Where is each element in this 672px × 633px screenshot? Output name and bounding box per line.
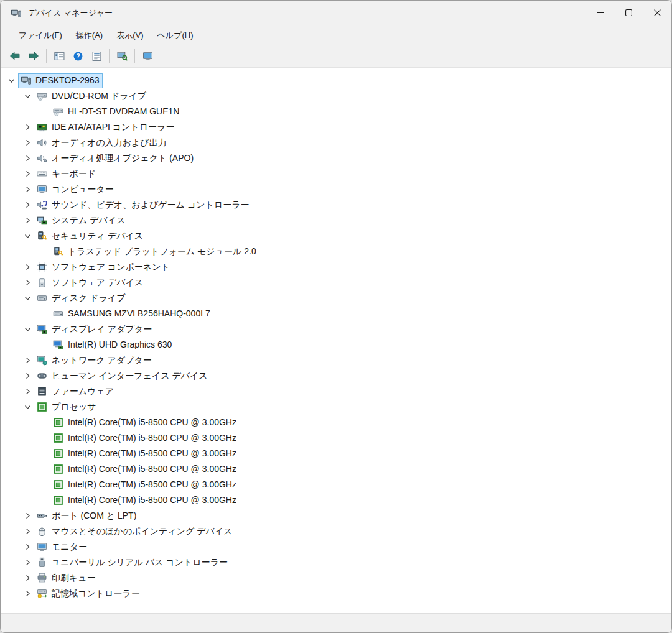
chevron-right-icon[interactable] xyxy=(21,135,34,150)
tree-node-row[interactable]: オーディオの入力および出力 xyxy=(1,135,671,150)
tree-node-content[interactable]: 記憶域コントローラー xyxy=(34,586,144,601)
tree-node-content[interactable]: Intel(R) Core(TM) i5-8500 CPU @ 3.00GHz xyxy=(50,415,240,430)
tree-node-row[interactable]: SAMSUNG MZVLB256HAHQ-000L7 xyxy=(1,306,671,321)
tree-node-content[interactable]: DVD/CD-ROM ドライブ xyxy=(34,89,150,104)
scan-hardware-button[interactable] xyxy=(113,47,131,65)
tree-node-row[interactable]: Intel(R) Core(TM) i5-8500 CPU @ 3.00GHz xyxy=(1,446,671,461)
tree-node-row[interactable]: コンピューター xyxy=(1,182,671,197)
tree-node-row[interactable]: Intel(R) Core(TM) i5-8500 CPU @ 3.00GHz xyxy=(1,415,671,430)
tree-node-row[interactable]: サウンド、ビデオ、およびゲーム コントローラー xyxy=(1,197,671,213)
chevron-right-icon[interactable] xyxy=(21,182,34,197)
help-button[interactable]: ? xyxy=(68,47,87,65)
tree-node-content[interactable]: Intel(R) Core(TM) i5-8500 CPU @ 3.00GHz xyxy=(50,446,240,461)
tree-node-row[interactable]: ネットワーク アダプター xyxy=(1,353,671,368)
tree-node-row[interactable]: キーボード xyxy=(1,166,671,182)
chevron-right-icon[interactable] xyxy=(21,586,34,601)
tree-node-content[interactable]: SAMSUNG MZVLB256HAHQ-000L7 xyxy=(50,307,214,321)
tree-node-row[interactable]: マウスとそのほかのポインティング デバイス xyxy=(1,524,671,539)
tree-node-row[interactable]: ディスプレイ アダプター xyxy=(1,321,671,337)
forward-arrow-button[interactable] xyxy=(24,47,43,65)
chevron-right-icon[interactable] xyxy=(21,524,34,539)
chevron-right-icon[interactable] xyxy=(21,119,34,135)
tree-node-content[interactable]: Intel(R) Core(TM) i5-8500 CPU @ 3.00GHz xyxy=(50,431,240,446)
chevron-down-icon[interactable] xyxy=(21,228,34,244)
tree-node-row[interactable]: モニター xyxy=(1,539,671,555)
tree-node-row[interactable]: プロセッサ xyxy=(1,399,671,415)
tree-node-content[interactable]: ネットワーク アダプター xyxy=(34,353,156,368)
menu-action[interactable]: 操作(A) xyxy=(69,27,110,44)
chevron-right-icon[interactable] xyxy=(21,570,34,586)
tree-node-content[interactable]: 印刷キュー xyxy=(34,571,100,586)
tree-node-content[interactable]: プロセッサ xyxy=(34,400,100,415)
computer-monitor-button[interactable] xyxy=(138,47,157,65)
chevron-right-icon[interactable] xyxy=(21,275,34,290)
tree-node-row[interactable]: Intel(R) Core(TM) i5-8500 CPU @ 3.00GHz xyxy=(1,461,671,477)
tree-node-row[interactable]: セキュリティ デバイス xyxy=(1,228,671,244)
chevron-right-icon[interactable] xyxy=(21,508,34,524)
tree-node-row[interactable]: Intel(R) Core(TM) i5-8500 CPU @ 3.00GHz xyxy=(1,430,671,446)
tree-node-content[interactable]: IDE ATA/ATAPI コントローラー xyxy=(34,120,178,135)
tree-node-row[interactable]: ポート (COM と LPT) xyxy=(1,508,671,524)
chevron-down-icon[interactable] xyxy=(4,73,18,88)
maximize-button[interactable] xyxy=(614,1,643,25)
console-tree-button[interactable] xyxy=(50,47,68,65)
tree-node-row[interactable]: トラステッド プラットフォーム モジュール 2.0 xyxy=(1,244,671,259)
tree-node-content[interactable]: ファームウェア xyxy=(34,384,118,399)
tree-node-content[interactable]: ユニバーサル シリアル バス コントローラー xyxy=(34,555,231,570)
tree-node-row[interactable]: ディスク ドライブ xyxy=(1,290,671,306)
tree-node-content[interactable]: ソフトウェア デバイス xyxy=(34,275,147,290)
tree-node-content[interactable]: ディスプレイ アダプター xyxy=(34,322,156,337)
chevron-right-icon[interactable] xyxy=(21,197,34,213)
tree-node-row[interactable]: IDE ATA/ATAPI コントローラー xyxy=(1,119,671,135)
tree-node-row[interactable]: Intel(R) UHD Graphics 630 xyxy=(1,337,671,353)
tree-node-row[interactable]: DESKTOP-2963 xyxy=(1,73,671,88)
tree-node-row[interactable]: ファームウェア xyxy=(1,384,671,399)
tree-node-content[interactable]: オーディオの入力および出力 xyxy=(34,136,170,150)
tree-node-content[interactable]: トラステッド プラットフォーム モジュール 2.0 xyxy=(50,244,260,259)
menu-help[interactable]: ヘルプ(H) xyxy=(151,27,200,44)
tree-node-content[interactable]: システム デバイス xyxy=(34,213,129,228)
tree-node-content[interactable]: マウスとそのほかのポインティング デバイス xyxy=(34,524,236,539)
tree-node-content[interactable]: Intel(R) UHD Graphics 630 xyxy=(50,338,175,353)
tree-node-content[interactable]: ポート (COM と LPT) xyxy=(34,509,140,524)
minimize-button[interactable] xyxy=(586,1,614,25)
tree-node-row[interactable]: オーディオ処理オブジェクト (APO) xyxy=(1,150,671,166)
chevron-right-icon[interactable] xyxy=(21,384,34,399)
tree-node-content[interactable]: モニター xyxy=(34,540,91,555)
chevron-right-icon[interactable] xyxy=(21,368,34,384)
chevron-right-icon[interactable] xyxy=(21,353,34,368)
tree-node-row[interactable]: Intel(R) Core(TM) i5-8500 CPU @ 3.00GHz xyxy=(1,492,671,508)
chevron-right-icon[interactable] xyxy=(21,213,34,228)
tree-node-row[interactable]: HL-DT-ST DVDRAM GUE1N xyxy=(1,104,671,119)
tree-node-content[interactable]: HL-DT-ST DVDRAM GUE1N xyxy=(50,104,183,119)
tree-node-row[interactable]: Intel(R) Core(TM) i5-8500 CPU @ 3.00GHz xyxy=(1,477,671,492)
tree-node-row[interactable]: 記憶域コントローラー xyxy=(1,586,671,601)
chevron-right-icon[interactable] xyxy=(21,166,34,182)
chevron-down-icon[interactable] xyxy=(21,290,34,306)
chevron-right-icon[interactable] xyxy=(21,539,34,555)
tree-node-content[interactable]: Intel(R) Core(TM) i5-8500 CPU @ 3.00GHz xyxy=(50,462,240,477)
tree-node-content[interactable]: コンピューター xyxy=(34,182,118,197)
tree-node-row[interactable]: ユニバーサル シリアル バス コントローラー xyxy=(1,555,671,570)
tree-node-row[interactable]: ソフトウェア コンポーネント xyxy=(1,259,671,275)
tree-node-content[interactable]: セキュリティ デバイス xyxy=(34,229,147,244)
menu-file[interactable]: ファイル(F) xyxy=(12,27,69,44)
chevron-right-icon[interactable] xyxy=(21,259,34,275)
tree-node-content[interactable]: オーディオ処理オブジェクト (APO) xyxy=(34,151,197,166)
chevron-down-icon[interactable] xyxy=(21,88,34,104)
tree-node-content[interactable]: DESKTOP-2963 xyxy=(18,73,103,88)
chevron-right-icon[interactable] xyxy=(21,150,34,166)
chevron-down-icon[interactable] xyxy=(21,399,34,415)
properties-button[interactable] xyxy=(87,47,106,65)
back-arrow-button[interactable] xyxy=(6,47,24,65)
tree-node-content[interactable]: キーボード xyxy=(34,167,100,182)
tree-node-row[interactable]: システム デバイス xyxy=(1,213,671,228)
tree-node-content[interactable]: Intel(R) Core(TM) i5-8500 CPU @ 3.00GHz xyxy=(50,478,240,492)
close-button[interactable] xyxy=(643,1,671,25)
tree-node-content[interactable]: ヒューマン インターフェイス デバイス xyxy=(34,369,212,384)
tree-node-row[interactable]: DVD/CD-ROM ドライブ xyxy=(1,88,671,104)
chevron-right-icon[interactable] xyxy=(21,555,34,570)
menu-view[interactable]: 表示(V) xyxy=(110,27,150,44)
chevron-down-icon[interactable] xyxy=(21,321,34,337)
tree-node-content[interactable]: Intel(R) Core(TM) i5-8500 CPU @ 3.00GHz xyxy=(50,493,240,508)
